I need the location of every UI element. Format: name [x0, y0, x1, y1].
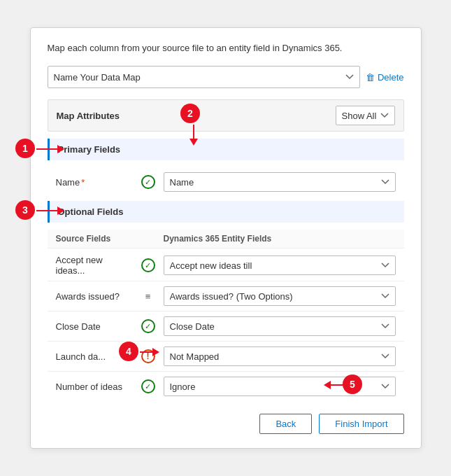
- map-attributes-label: Map Attributes: [57, 111, 120, 121]
- arrow-4: [140, 348, 159, 356]
- optional-fields-section: Optional Fields: [48, 201, 404, 223]
- callout-2: 2: [180, 104, 200, 123]
- list-icon: ≡: [141, 289, 155, 303]
- name-entity-select[interactable]: Name: [164, 172, 396, 192]
- back-button[interactable]: Back: [259, 414, 312, 434]
- main-card: Map each column from your source file to…: [30, 27, 422, 449]
- entity-select-3[interactable]: Not Mapped: [164, 346, 396, 366]
- entity-select-1[interactable]: Awards issued? (Two Options): [164, 286, 396, 306]
- callout-4: 4: [119, 342, 138, 361]
- icon-2: ✓: [138, 319, 158, 333]
- arrow-3: [36, 206, 64, 215]
- icon-4: ✓: [138, 379, 158, 393]
- entity-col-header: Dynamics 365 Entity Fields: [164, 234, 396, 244]
- trash-icon: 🗑: [366, 72, 375, 83]
- description-text: Map each column from your source file to…: [48, 42, 404, 55]
- finish-import-button[interactable]: Finish Import: [319, 414, 403, 434]
- source-field-2: Close Date: [56, 321, 133, 332]
- table-row: Close Date ✓ Close Date: [48, 312, 404, 342]
- entity-select-2[interactable]: Close Date: [164, 316, 396, 336]
- check-circle-icon: ✓: [141, 379, 155, 393]
- primary-fields-section: Primary Fields: [48, 139, 404, 160]
- callout-3: 3: [15, 200, 35, 220]
- show-all-select[interactable]: Show All: [336, 106, 395, 125]
- source-field-4: Number of ideas: [56, 382, 133, 392]
- required-star: *: [81, 177, 85, 188]
- source-field-0: Accept new ideas...: [56, 255, 133, 276]
- primary-name-row: Name* ✓ Name: [48, 167, 404, 197]
- icon-0: ✓: [138, 258, 158, 272]
- table-row: Accept new ideas... ✓ Accept new ideas t…: [48, 250, 404, 281]
- source-col-header: Source Fields: [56, 234, 133, 244]
- column-headers: Source Fields Dynamics 365 Entity Fields: [48, 230, 404, 248]
- icon-1: ≡: [138, 289, 158, 303]
- data-map-row: Name Your Data Map 🗑 Delete: [48, 66, 404, 88]
- check-circle-icon: ✓: [141, 319, 155, 333]
- footer-buttons: Back Finish Import: [48, 414, 404, 434]
- table-row: Launch da... ! Not Mapped: [48, 342, 404, 372]
- data-map-select[interactable]: Name Your Data Map: [48, 66, 360, 88]
- table-row: Awards issued? ≡ Awards issued? (Two Opt…: [48, 281, 404, 312]
- source-field-1: Awards issued?: [56, 291, 133, 302]
- optional-fields-label: Optional Fields: [58, 206, 124, 217]
- check-circle-icon: ✓: [141, 175, 155, 189]
- arrow-2: [189, 125, 198, 146]
- name-check-icon: ✓: [138, 175, 158, 189]
- arrow-5: [324, 381, 346, 389]
- map-attributes-header: Map Attributes Show All: [48, 99, 404, 132]
- callout-1: 1: [15, 139, 35, 158]
- check-circle-icon: ✓: [141, 258, 155, 272]
- name-label: Name*: [56, 177, 133, 188]
- primary-fields-label: Primary Fields: [58, 144, 121, 155]
- arrow-1: [36, 145, 64, 153]
- delete-button[interactable]: 🗑 Delete: [366, 72, 404, 83]
- entity-select-0[interactable]: Accept new ideas till: [164, 255, 396, 275]
